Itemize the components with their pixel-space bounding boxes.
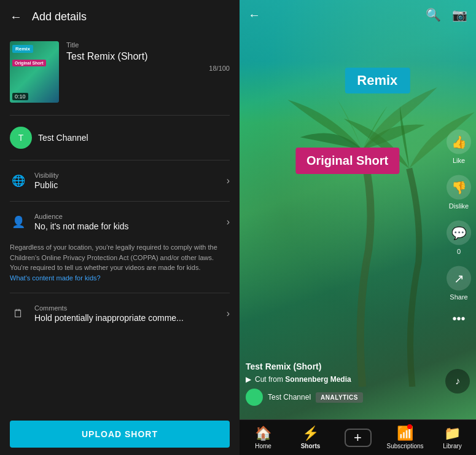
left-panel: ← Add details Remix Original Short 0:10 … [0, 0, 240, 455]
globe-icon: 🌐 [10, 172, 27, 189]
top-nav-right: 🔍 📷 [426, 7, 467, 22]
shorts-channel-name: Test Channel [268, 393, 311, 402]
music-thumbnail[interactable]: ♪ [445, 369, 470, 394]
nav-shorts[interactable]: ⚡ Shorts [287, 425, 334, 449]
video-text-info: Title 18/100 [66, 41, 230, 72]
library-icon: 📁 [444, 425, 461, 441]
divider-2 [10, 160, 230, 160]
visibility-value: Public [34, 180, 59, 190]
palm-svg [240, 0, 476, 387]
notification-dot [407, 424, 412, 429]
like-icon: 👍 [447, 130, 471, 154]
small-channel-avatar [246, 389, 263, 406]
nav-subscriptions[interactable]: 📶 Subscriptions [381, 425, 429, 449]
video-info-overlay: Test Remix (Short) ▶ Cut from Sonnenberg… [246, 362, 439, 406]
shorts-icon: ⚡ [302, 425, 319, 441]
like-button[interactable]: 👍 Like [447, 130, 471, 164]
duration-badge: 0:10 [12, 93, 28, 100]
shorts-video-title: Test Remix (Short) [246, 362, 439, 371]
channel-avatar: T [10, 127, 32, 149]
visibility-label: Visibility [34, 172, 59, 179]
channel-analytics-row: Test Channel ANALYTICS [246, 389, 439, 406]
comments-chevron: › [227, 308, 230, 319]
content-area: Remix Original Short 0:10 Title 18/100 T… [0, 34, 240, 413]
comments-value: Hold potentially inappropriate comme... [34, 313, 184, 323]
visibility-chevron: › [227, 175, 230, 186]
divider-3 [10, 201, 230, 202]
nav-library[interactable]: 📁 Library [429, 425, 476, 449]
comments-icon: 🗒 [10, 305, 27, 322]
thumb-original-badge: Original Short [12, 60, 46, 66]
upload-btn-area: UPLOAD SHORT [0, 413, 240, 455]
right-panel: ← 🔍 📷 Remix Original Short 👍 Like 👎 Disl… [240, 0, 476, 455]
library-label: Library [443, 443, 462, 449]
video-info-row: Remix Original Short 0:10 Title 18/100 [10, 41, 230, 103]
music-note-icon: ♪ [455, 376, 460, 387]
analytics-badge[interactable]: ANALYTICS [316, 392, 363, 403]
back-button[interactable]: ← [10, 10, 22, 24]
dislike-label: Dislike [449, 202, 469, 210]
title-label: Title [66, 41, 230, 49]
divider-4 [10, 293, 230, 293]
char-count: 18/100 [66, 65, 230, 72]
thumb-remix-badge: Remix [12, 45, 33, 53]
visibility-info: Visibility Public [34, 172, 59, 190]
audience-info: Audience No, it's not made for kids [34, 213, 129, 231]
camera-icon[interactable]: 📷 [452, 7, 467, 22]
more-dots-icon: ••• [452, 312, 465, 326]
share-icon: ↗ [447, 266, 471, 291]
cut-from-text: Cut from Sonnenberg Media [255, 375, 351, 384]
comments-label: Comments [34, 304, 184, 312]
shorts-label: Shorts [301, 443, 321, 449]
play-icon: ▶ [246, 375, 251, 384]
visibility-left: 🌐 Visibility Public [10, 172, 59, 190]
comments-button[interactable]: 💬 0 [447, 221, 471, 255]
remix-badge: Remix [345, 68, 410, 93]
audience-row[interactable]: 👤 Audience No, it's not made for kids › [10, 207, 230, 237]
audience-value: No, it's not made for kids [34, 221, 129, 231]
comment-count: 0 [457, 248, 461, 255]
like-label: Like [453, 157, 465, 164]
upload-short-button[interactable]: UPLOAD SHORT [10, 421, 230, 448]
plus-icon: + [354, 430, 362, 446]
page-title: Add details [32, 10, 87, 23]
add-button[interactable]: + [345, 429, 372, 447]
divider-1 [10, 115, 230, 116]
nav-home[interactable]: 🏠 Home [240, 425, 287, 449]
share-label: Share [450, 293, 467, 301]
share-button[interactable]: ↗ Share [447, 266, 471, 301]
top-nav: ← 🔍 📷 [240, 0, 476, 30]
comments-info: Comments Hold potentially inappropriate … [34, 304, 184, 323]
home-label: Home [255, 443, 271, 449]
dislike-icon: 👎 [447, 175, 471, 200]
right-actions: 👍 Like 👎 Dislike 💬 0 ↗ Share ••• [447, 130, 471, 326]
right-back-button[interactable]: ← [248, 8, 260, 22]
comments-left: 🗒 Comments Hold potentially inappropriat… [10, 304, 184, 323]
coppa-link[interactable]: What's content made for kids? [10, 274, 101, 282]
person-icon: 👤 [10, 213, 27, 231]
subscriptions-icon: 📶 [397, 425, 413, 441]
audience-left: 👤 Audience No, it's not made for kids [10, 213, 129, 231]
cut-from-row: ▶ Cut from Sonnenberg Media [246, 375, 439, 384]
video-title-input[interactable] [66, 51, 230, 62]
audience-label: Audience [34, 213, 129, 220]
original-short-badge: Original Short [295, 148, 399, 174]
nav-add[interactable]: + [334, 429, 381, 447]
visibility-row[interactable]: 🌐 Visibility Public › [10, 165, 230, 196]
cut-from-channel[interactable]: Sonnenberg Media [285, 375, 351, 384]
home-icon: 🏠 [255, 425, 271, 441]
channel-row: T Test Channel [10, 121, 230, 155]
legal-text: Regardless of your location, you're lega… [10, 237, 230, 288]
dislike-button[interactable]: 👎 Dislike [447, 175, 471, 210]
comment-icon: 💬 [447, 221, 471, 245]
audience-chevron: › [227, 216, 230, 228]
comments-row[interactable]: 🗒 Comments Hold potentially inappropriat… [10, 298, 230, 329]
bottom-nav: 🏠 Home ⚡ Shorts + 📶 Subscriptions 📁 Libr… [240, 419, 476, 455]
subscriptions-label: Subscriptions [386, 443, 423, 449]
search-icon[interactable]: 🔍 [426, 7, 441, 22]
channel-name: Test Channel [38, 133, 88, 143]
header: ← Add details [0, 0, 240, 34]
video-thumbnail: Remix Original Short 0:10 [10, 41, 59, 103]
more-button[interactable]: ••• [452, 312, 465, 326]
